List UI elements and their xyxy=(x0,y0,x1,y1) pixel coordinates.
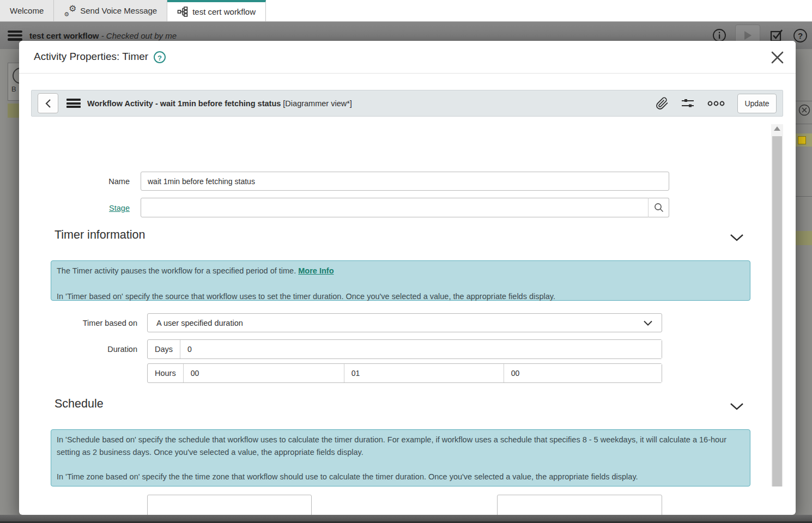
timer-information-heading: Timer information xyxy=(54,228,145,242)
workflow-icon xyxy=(177,7,188,17)
circle-x-icon[interactable] xyxy=(798,104,811,117)
tab-bar: Welcome ⚙⚙ Send Voice Message test cert … xyxy=(0,0,812,22)
dialog-title: Activity Properties: Timer xyxy=(34,41,148,72)
schedule-info-message: In 'Schedule based on' specify the sched… xyxy=(51,429,750,486)
tab-welcome[interactable]: Welcome xyxy=(0,0,54,21)
bottom-bar xyxy=(0,515,812,521)
record-menu-hamburger-icon[interactable] xyxy=(66,99,81,108)
duration-days-group: Days xyxy=(147,339,662,359)
more-icon[interactable] xyxy=(707,100,725,107)
seconds-input[interactable] xyxy=(504,364,662,382)
duration-hours-group: Hours xyxy=(147,363,662,383)
minutes-input[interactable] xyxy=(344,364,504,382)
timer-section-chevron-down-icon[interactable] xyxy=(729,233,744,242)
more-info-link[interactable]: More Info xyxy=(298,266,334,275)
search-icon xyxy=(653,202,664,213)
tab-send-voice-message-label: Send Voice Message xyxy=(80,6,157,15)
hours-prefix-label: Hours xyxy=(148,364,184,382)
canvas-divider xyxy=(796,101,812,101)
schedule-info-para1: In 'Schedule based on' specify the sched… xyxy=(57,434,744,459)
stage-link[interactable]: Stage xyxy=(109,204,130,212)
stage-search-button[interactable] xyxy=(648,198,669,217)
record-toolbar: Workflow Activity - wait 1min before fet… xyxy=(31,90,783,117)
checked-out-status: - Checked out by me xyxy=(101,31,177,40)
schedule-info-para2: In 'Time zone based on' specify the the … xyxy=(57,471,744,483)
scrollbar-thumb[interactable] xyxy=(772,136,782,486)
view-suffix: [Diagrammer view*] xyxy=(283,99,352,108)
timezone-based-on-field[interactable] xyxy=(497,495,662,515)
back-chevron-icon[interactable] xyxy=(38,93,58,113)
days-input[interactable] xyxy=(180,340,662,358)
select-chevron-down-icon xyxy=(643,320,653,326)
timer-based-on-value: A user specified duration xyxy=(156,319,243,327)
close-icon[interactable] xyxy=(768,48,786,66)
svg-text:?: ? xyxy=(798,31,803,40)
name-input[interactable] xyxy=(141,172,669,191)
schedule-heading: Schedule xyxy=(54,397,104,411)
dialog-scrollbar[interactable] xyxy=(771,124,783,486)
tab-welcome-label: Welcome xyxy=(10,6,44,15)
scroll-up-icon[interactable] xyxy=(771,126,783,134)
schedule-based-on-field[interactable] xyxy=(147,495,312,515)
hours-input[interactable] xyxy=(184,364,344,382)
update-button[interactable]: Update xyxy=(737,94,777,113)
record-title: Workflow Activity - wait 1min before fet… xyxy=(87,99,352,108)
stage-label: Stage xyxy=(19,203,130,214)
timer-info-line1: The Timer activity pauses the workflow f… xyxy=(57,265,744,277)
tab-test-cert-workflow[interactable]: test cert workflow xyxy=(167,0,266,21)
tab-send-voice-message[interactable]: ⚙⚙ Send Voice Message xyxy=(54,0,167,21)
timer-info-message: The Timer activity pauses the workflow f… xyxy=(51,260,750,301)
sliders-icon[interactable] xyxy=(681,97,695,110)
activity-properties-dialog: Activity Properties: Timer ? Workflow Ac… xyxy=(19,41,796,515)
name-label: Name xyxy=(19,176,130,187)
stage-input[interactable] xyxy=(141,198,649,217)
canvas-divider xyxy=(796,196,812,197)
paperclip-icon[interactable] xyxy=(656,97,669,110)
workflow-name: test cert workflow xyxy=(29,31,99,40)
canvas-divider xyxy=(796,124,812,124)
timer-info-line2: In 'Timer based on' specify the source t… xyxy=(57,290,744,303)
canvas-yellow-marker xyxy=(798,136,806,144)
duration-label: Duration xyxy=(19,344,137,355)
schedule-section-chevron-down-icon[interactable] xyxy=(729,402,744,411)
gears-icon: ⚙⚙ xyxy=(64,5,76,17)
timer-based-on-select[interactable]: A user specified duration xyxy=(147,313,662,332)
dialog-header: Activity Properties: Timer ? xyxy=(19,41,796,74)
help-icon[interactable]: ? xyxy=(154,51,166,63)
workflow-title: test cert workflow - Checked out by me xyxy=(29,31,177,40)
tab-test-cert-workflow-label: test cert workflow xyxy=(192,7,256,16)
hamburger-icon[interactable] xyxy=(8,31,22,41)
days-prefix-label: Days xyxy=(148,340,180,358)
canvas-highlight-row xyxy=(796,231,812,245)
timer-based-on-label: Timer based on xyxy=(19,318,137,329)
question-icon[interactable]: ? xyxy=(793,28,808,43)
